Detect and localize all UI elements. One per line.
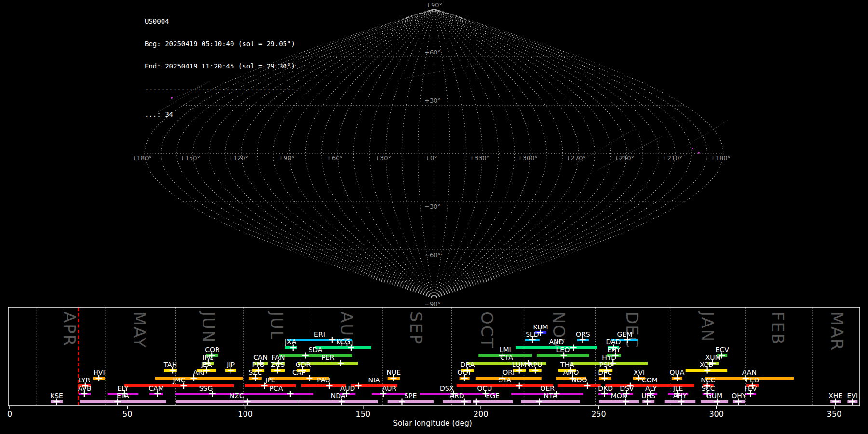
meteor-activity-screen: US0004 Beg: 20250419 05:10:40 (sol = 29.… [0,0,868,434]
map-lat-label: −60° [424,251,441,258]
shower-label: OHY [732,392,746,400]
shower-label: ETA [117,392,129,400]
shower-label: NZC [230,392,244,400]
observation-header: US0004 Beg: 20250419 05:10:40 (sol = 29.… [145,3,295,134]
shower-label: EGE [486,392,500,400]
map-lat-label: +60° [424,49,441,56]
shower-label: COR [205,346,220,353]
map-pole-label-bottom: −90° [424,300,441,308]
month-label-sep: SEP [407,312,426,345]
shower-label: JXA [285,338,297,346]
shower-label: DRA [461,361,475,368]
shower-label: AVB [78,384,92,392]
shower-label: NUE [387,368,401,376]
shower-label: PAU [317,376,330,384]
shower-AVB: AVB [78,384,92,397]
x-tick-label: 350 [827,409,842,419]
shower-label: XHE [828,392,842,400]
shower-bar [175,393,237,395]
x-tick-label: 200 [474,409,488,419]
shower-label: PSU [599,361,613,368]
x-tick-label: 50 [122,409,132,419]
shower-label: EHY [607,346,621,353]
shower-label: EVI [847,392,858,400]
map-lat-label: +30° [424,97,441,104]
shower-TAH: TAH [163,361,177,374]
shower-bar [388,400,434,403]
shower-bar [301,384,346,387]
map-meridian [305,9,434,298]
shower-label: AMO [563,368,579,376]
shower-RPU: RPU [529,361,542,374]
shower-label: LUM [512,361,526,368]
map-lon-label: +0° [425,154,437,162]
shower-label: PPS [252,361,265,368]
shower-label: AUD [340,384,355,392]
shower-label: GEM [617,330,633,338]
shower-label: SDA [308,346,322,353]
shower-label: DKD [598,384,613,392]
station-id: US0004 [145,18,295,26]
shower-timeline: APRMAYJUNJULAUGSEPOCTNOVDECJANFEBMARKUME… [7,307,860,428]
shower-bar [558,384,601,387]
shower-CAM: CAM [149,384,163,397]
shower-label: LEO [556,346,570,353]
shower-label: ARI [193,368,204,376]
shower-label: RPU [529,361,542,368]
shower-label: PCA [270,384,283,392]
shower-label: AUR [382,384,397,392]
shower-bar [521,400,580,403]
shower-label: URS [641,392,655,400]
shower-label: GUM [706,392,722,400]
map-faint-trail [598,136,663,170]
shower-label: QUA [669,368,684,376]
shower-label: JIP [226,361,235,368]
shower-bar [239,393,313,395]
shower-label: LYR [79,376,90,384]
shower-label: FED [746,376,760,384]
month-label-feb: FEB [768,312,787,345]
month-label-mar: MAR [827,312,847,351]
shower-label: ALY [645,384,657,392]
shower-bar [279,354,352,357]
map-lon-label: +60° [326,154,343,162]
shower-ORS: ORS [576,330,590,343]
month-label-apr: APR [60,312,79,347]
shower-label: SCC [701,384,715,392]
shower-label: ORI [502,368,515,376]
map-lon-label: +270° [566,154,586,162]
shower-XHE: XHE [828,392,842,405]
map-pole-label-top: +90° [426,1,442,9]
shower-label: DSX [440,384,454,392]
shower-bar [372,393,407,395]
shower-URS: URS [641,392,655,405]
x-tick-label: 250 [591,409,606,419]
shower-label: JMC [173,376,186,384]
x-tick-label: 300 [709,409,724,419]
shower-label: SSG [199,384,213,392]
shower-bar [124,384,234,387]
month-label-jul: JUL [267,311,286,340]
shower-label: PER [322,353,335,361]
shower-bar [176,400,298,403]
shower-label: JEA [201,361,212,368]
month-label-jan: JAN [698,311,717,342]
shower-label: XUM [705,353,721,361]
month-label-oct: OCT [477,312,497,349]
shower-label: XCB [700,361,713,368]
map-meridian [434,9,643,298]
map-lon-label: +330° [469,154,489,162]
shower-label: MON [611,392,627,400]
map-lon-label: +120° [228,154,248,162]
shower-label: DSV [620,384,634,392]
shower-label: ARD [450,392,464,400]
map-meridian [353,9,434,298]
shower-bar [80,400,166,403]
shower-SLD: SLD [525,330,540,343]
shower-label: AHY [673,392,687,400]
shower-label: SPE [404,392,417,400]
shower-label: CAM [149,384,163,392]
map-lat-label: −30° [424,203,441,210]
observation-end: End: 20250419 11:20:45 (sol = 29.30°) [145,63,295,70]
shower-label: AND [549,338,564,346]
